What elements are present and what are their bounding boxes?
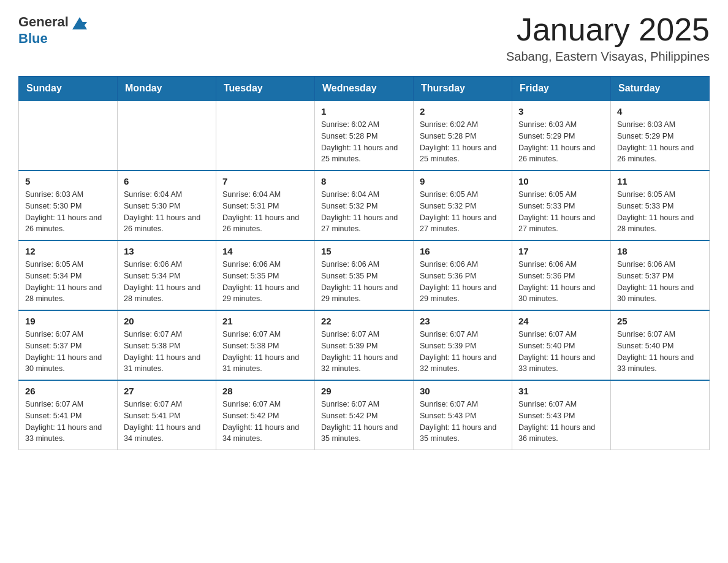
day-number: 3 (518, 106, 604, 117)
day-info: Sunrise: 6:07 AMSunset: 5:40 PMDaylight:… (617, 329, 703, 375)
calendar-cell: 31Sunrise: 6:07 AMSunset: 5:43 PMDayligh… (512, 380, 611, 450)
logo-blue-text: Blue (18, 32, 48, 45)
day-info: Sunrise: 6:04 AMSunset: 5:30 PMDaylight:… (124, 189, 210, 235)
calendar-cell: 2Sunrise: 6:02 AMSunset: 5:28 PMDaylight… (414, 101, 512, 170)
day-info: Sunrise: 6:05 AMSunset: 5:33 PMDaylight:… (617, 189, 703, 235)
day-info: Sunrise: 6:07 AMSunset: 5:43 PMDaylight:… (518, 399, 604, 445)
calendar-cell: 19Sunrise: 6:07 AMSunset: 5:37 PMDayligh… (19, 310, 118, 380)
logo-general-text: General (18, 14, 69, 30)
calendar-cell: 11Sunrise: 6:05 AMSunset: 5:33 PMDayligh… (611, 170, 710, 240)
day-info: Sunrise: 6:05 AMSunset: 5:32 PMDaylight:… (420, 189, 506, 235)
day-number: 27 (124, 386, 210, 396)
day-info: Sunrise: 6:07 AMSunset: 5:43 PMDaylight:… (420, 399, 506, 445)
day-info: Sunrise: 6:06 AMSunset: 5:35 PMDaylight:… (222, 259, 308, 305)
calendar-cell (118, 101, 216, 170)
day-number: 8 (321, 176, 407, 186)
calendar-week-row: 19Sunrise: 6:07 AMSunset: 5:37 PMDayligh… (19, 310, 710, 380)
calendar-cell: 24Sunrise: 6:07 AMSunset: 5:40 PMDayligh… (512, 310, 611, 380)
calendar-header-row: SundayMondayTuesdayWednesdayThursdayFrid… (19, 77, 710, 101)
day-number: 16 (420, 246, 506, 256)
day-info: Sunrise: 6:06 AMSunset: 5:36 PMDaylight:… (420, 259, 506, 305)
day-number: 29 (321, 386, 407, 396)
day-info: Sunrise: 6:03 AMSunset: 5:30 PMDaylight:… (25, 189, 111, 235)
calendar-cell: 16Sunrise: 6:06 AMSunset: 5:36 PMDayligh… (414, 240, 512, 310)
calendar-week-row: 5Sunrise: 6:03 AMSunset: 5:30 PMDaylight… (19, 170, 710, 240)
col-header-monday: Monday (118, 77, 216, 101)
day-info: Sunrise: 6:05 AMSunset: 5:34 PMDaylight:… (25, 259, 111, 305)
day-number: 20 (124, 316, 210, 326)
day-info: Sunrise: 6:06 AMSunset: 5:34 PMDaylight:… (124, 259, 210, 305)
day-info: Sunrise: 6:06 AMSunset: 5:36 PMDaylight:… (518, 259, 604, 305)
day-number: 30 (420, 386, 506, 396)
calendar-week-row: 12Sunrise: 6:05 AMSunset: 5:34 PMDayligh… (19, 240, 710, 310)
calendar-cell: 17Sunrise: 6:06 AMSunset: 5:36 PMDayligh… (512, 240, 611, 310)
calendar-cell: 10Sunrise: 6:05 AMSunset: 5:33 PMDayligh… (512, 170, 611, 240)
calendar-cell (611, 380, 710, 450)
day-info: Sunrise: 6:03 AMSunset: 5:29 PMDaylight:… (518, 119, 604, 165)
day-info: Sunrise: 6:06 AMSunset: 5:37 PMDaylight:… (617, 259, 703, 305)
calendar-cell: 30Sunrise: 6:07 AMSunset: 5:43 PMDayligh… (414, 380, 512, 450)
calendar-cell: 28Sunrise: 6:07 AMSunset: 5:42 PMDayligh… (216, 380, 315, 450)
title-block: January 2025 Sabang, Eastern Visayas, Ph… (506, 12, 710, 64)
col-header-sunday: Sunday (19, 77, 118, 101)
calendar-cell: 25Sunrise: 6:07 AMSunset: 5:40 PMDayligh… (611, 310, 710, 380)
calendar-cell: 14Sunrise: 6:06 AMSunset: 5:35 PMDayligh… (216, 240, 315, 310)
day-info: Sunrise: 6:04 AMSunset: 5:32 PMDaylight:… (321, 189, 407, 235)
day-number: 5 (25, 176, 111, 186)
day-info: Sunrise: 6:07 AMSunset: 5:41 PMDaylight:… (124, 399, 210, 445)
col-header-friday: Friday (512, 77, 611, 101)
day-info: Sunrise: 6:07 AMSunset: 5:39 PMDaylight:… (420, 329, 506, 375)
page-title: January 2025 (506, 12, 710, 47)
day-info: Sunrise: 6:07 AMSunset: 5:37 PMDaylight:… (25, 329, 111, 375)
day-info: Sunrise: 6:07 AMSunset: 5:38 PMDaylight:… (124, 329, 210, 375)
day-info: Sunrise: 6:05 AMSunset: 5:33 PMDaylight:… (518, 189, 604, 235)
day-number: 11 (617, 176, 703, 186)
logo-icon (70, 12, 89, 32)
calendar-cell: 8Sunrise: 6:04 AMSunset: 5:32 PMDaylight… (315, 170, 414, 240)
calendar-cell (216, 101, 315, 170)
day-number: 9 (420, 176, 506, 186)
calendar-table: SundayMondayTuesdayWednesdayThursdayFrid… (18, 76, 710, 450)
day-info: Sunrise: 6:02 AMSunset: 5:28 PMDaylight:… (420, 119, 506, 165)
calendar-cell: 6Sunrise: 6:04 AMSunset: 5:30 PMDaylight… (118, 170, 216, 240)
day-number: 12 (25, 246, 111, 256)
day-number: 17 (518, 246, 604, 256)
calendar-cell: 12Sunrise: 6:05 AMSunset: 5:34 PMDayligh… (19, 240, 118, 310)
day-info: Sunrise: 6:07 AMSunset: 5:42 PMDaylight:… (222, 399, 308, 445)
day-number: 1 (321, 106, 407, 117)
col-header-tuesday: Tuesday (216, 77, 315, 101)
calendar-cell: 22Sunrise: 6:07 AMSunset: 5:39 PMDayligh… (315, 310, 414, 380)
calendar-week-row: 1Sunrise: 6:02 AMSunset: 5:28 PMDaylight… (19, 101, 710, 170)
calendar-cell: 13Sunrise: 6:06 AMSunset: 5:34 PMDayligh… (118, 240, 216, 310)
calendar-cell: 5Sunrise: 6:03 AMSunset: 5:30 PMDaylight… (19, 170, 118, 240)
calendar-cell: 20Sunrise: 6:07 AMSunset: 5:38 PMDayligh… (118, 310, 216, 380)
day-number: 21 (222, 316, 308, 326)
day-info: Sunrise: 6:02 AMSunset: 5:28 PMDaylight:… (321, 119, 407, 165)
calendar-cell: 1Sunrise: 6:02 AMSunset: 5:28 PMDaylight… (315, 101, 414, 170)
day-number: 15 (321, 246, 407, 256)
day-number: 6 (124, 176, 210, 186)
day-number: 18 (617, 246, 703, 256)
day-number: 24 (518, 316, 604, 326)
col-header-thursday: Thursday (414, 77, 512, 101)
day-number: 23 (420, 316, 506, 326)
day-number: 22 (321, 316, 407, 326)
calendar-cell: 23Sunrise: 6:07 AMSunset: 5:39 PMDayligh… (414, 310, 512, 380)
day-info: Sunrise: 6:07 AMSunset: 5:40 PMDaylight:… (518, 329, 604, 375)
calendar-cell: 29Sunrise: 6:07 AMSunset: 5:42 PMDayligh… (315, 380, 414, 450)
day-number: 31 (518, 386, 604, 396)
calendar-cell: 4Sunrise: 6:03 AMSunset: 5:29 PMDaylight… (611, 101, 710, 170)
day-number: 10 (518, 176, 604, 186)
page-header: General Blue January 2025 Sabang, Easter… (18, 12, 710, 64)
calendar-cell: 7Sunrise: 6:04 AMSunset: 5:31 PMDaylight… (216, 170, 315, 240)
calendar-week-row: 26Sunrise: 6:07 AMSunset: 5:41 PMDayligh… (19, 380, 710, 450)
col-header-saturday: Saturday (611, 77, 710, 101)
calendar-cell: 9Sunrise: 6:05 AMSunset: 5:32 PMDaylight… (414, 170, 512, 240)
calendar-cell: 18Sunrise: 6:06 AMSunset: 5:37 PMDayligh… (611, 240, 710, 310)
calendar-cell (19, 101, 118, 170)
day-info: Sunrise: 6:07 AMSunset: 5:42 PMDaylight:… (321, 399, 407, 445)
day-info: Sunrise: 6:03 AMSunset: 5:29 PMDaylight:… (617, 119, 703, 165)
day-number: 25 (617, 316, 703, 326)
day-info: Sunrise: 6:04 AMSunset: 5:31 PMDaylight:… (222, 189, 308, 235)
day-number: 26 (25, 386, 111, 396)
